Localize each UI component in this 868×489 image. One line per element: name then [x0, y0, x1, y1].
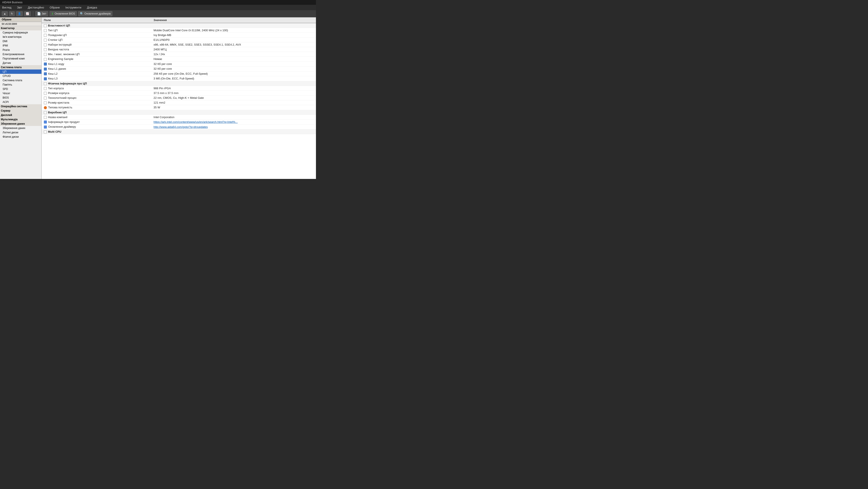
column-value: Значення: [152, 18, 316, 23]
field-value-cell[interactable]: https://ark.intel.com/content/www/us/en/…: [152, 119, 316, 124]
row-checkbox[interactable]: [44, 87, 46, 90]
driver-update-label: Оновлення драйверів: [85, 12, 111, 15]
sidebar-item-cpuid[interactable]: CPUID: [0, 74, 41, 78]
sidebar-item-storage[interactable]: Збереження даних: [0, 126, 41, 130]
field-name-cell: Мін. / макс. множник ЦП: [42, 52, 152, 57]
field-name-cell: Розмір кристала: [42, 100, 152, 105]
field-name-cell: Набори інструкцій: [42, 42, 152, 47]
row-checkbox[interactable]: [44, 34, 46, 37]
row-checkbox[interactable]: [44, 48, 46, 51]
sidebar-item-motherboard[interactable]: Системна плата: [0, 78, 41, 83]
sidebar-item-cpu[interactable]: ЦП: [0, 69, 41, 74]
nav-chart-button[interactable]: 📈: [24, 11, 31, 16]
nav-user-button[interactable]: 👤: [16, 11, 23, 16]
field-name-cell: Назва компанії: [42, 115, 152, 119]
field-label: Мін. / макс. множник ЦП: [48, 53, 80, 56]
bios-update-icon: ⬇: [51, 12, 54, 16]
row-checkbox[interactable]: [44, 53, 46, 56]
section-checkbox[interactable]: [44, 131, 46, 133]
section-checkbox[interactable]: [44, 111, 46, 114]
menu-remote[interactable]: Дистанційно: [27, 5, 45, 9]
menu-help[interactable]: Довідка: [86, 5, 98, 9]
sidebar-item-dmi[interactable]: DMI: [0, 39, 41, 44]
section-label: Фізична інформація про ЦП: [48, 82, 87, 85]
table-row: Оновлення драйверуhttp://www.aida64.com/…: [42, 124, 316, 130]
row-checkbox[interactable]: [44, 44, 46, 46]
nav-up-button[interactable]: ▲: [2, 11, 8, 16]
row-checkbox[interactable]: [44, 58, 46, 61]
driver-update-button[interactable]: 🔍 Оновлення драйверів: [78, 11, 113, 16]
link-icon: [44, 120, 47, 123]
sidebar-item-acpi[interactable]: ACPI: [0, 100, 41, 104]
sidebar-item-overclock[interactable]: Розгін: [0, 48, 41, 52]
cache-icon: [44, 77, 47, 80]
field-name-cell: Тип ЦП: [42, 28, 152, 33]
link-icon: [44, 125, 47, 128]
field-label: Розміри корпуса: [48, 91, 69, 95]
field-label: Кеш L1 даних: [48, 67, 66, 70]
sidebar-item-chipset[interactable]: Чіпсет: [0, 91, 41, 95]
table-row: Кеш L2256 Кб per core (On-Die, ECC, Full…: [42, 71, 316, 76]
field-label: Інформація про продукт: [48, 120, 80, 123]
field-name-cell: Тип корпуса: [42, 86, 152, 90]
report-icon: 📄: [37, 12, 41, 16]
report-button[interactable]: 📄 Звіт: [35, 11, 48, 16]
bios-update-button[interactable]: ⬇ Оновлення BIOS: [50, 11, 77, 16]
sidebar-item-portable[interactable]: Портативний комп: [0, 56, 41, 61]
sidebar-item-server-section: Сервер: [0, 109, 41, 113]
sidebar-item-ipmi[interactable]: IPMI: [0, 44, 41, 48]
field-label: Псевдонім ЦП: [48, 33, 67, 37]
field-value-cell: x86, x86-64, MMX, SSE, SSE2, SSE3, SSSE3…: [152, 42, 316, 47]
sidebar-item-physical[interactable]: Фізичні диски: [0, 135, 41, 139]
sidebar-item-display-section: Дисплей: [0, 113, 41, 117]
main-layout: Обране 64 v6.50.5800 Комп'ютер Сумарна і…: [0, 18, 316, 179]
row-checkbox[interactable]: [44, 39, 46, 41]
sidebar-item-logical[interactable]: Логічні диски: [0, 130, 41, 135]
field-name-cell: Кеш L2: [42, 71, 152, 76]
sidebar-item-multimedia-section: Мультимедіа: [0, 117, 41, 122]
sidebar-item-summary[interactable]: Сумарна інформація: [0, 30, 41, 35]
menu-report[interactable]: Звіт: [16, 5, 23, 9]
row-checkbox[interactable]: [44, 116, 46, 119]
table-section-header: Властивості ЦП: [42, 23, 316, 28]
sidebar-item-sensor[interactable]: Датчик: [0, 61, 41, 65]
cache-icon: [44, 72, 47, 75]
field-value-cell: 35 W: [152, 105, 316, 110]
column-field: Поле: [42, 18, 152, 23]
sidebar-item-computername[interactable]: Ім'я комп'ютера: [0, 35, 41, 39]
cache-icon: [44, 67, 47, 70]
row-checkbox[interactable]: [44, 92, 46, 95]
section-checkbox[interactable]: [44, 24, 46, 27]
row-checkbox[interactable]: [44, 29, 46, 32]
field-name-cell: Псевдонім ЦП: [42, 33, 152, 37]
menu-tools[interactable]: Інструменти: [64, 5, 82, 9]
sidebar: Обране 64 v6.50.5800 Комп'ютер Сумарна і…: [0, 18, 42, 179]
sidebar-item-bios[interactable]: BIOS: [0, 95, 41, 100]
table-row: Назва компаніїIntel Corporation: [42, 115, 316, 119]
toolbar-separator: [33, 11, 33, 16]
field-name-cell: Вихідна частота: [42, 47, 152, 52]
sidebar-item-power[interactable]: Електроживлення: [0, 52, 41, 56]
nav-refresh-button[interactable]: ↻: [9, 11, 15, 16]
power-icon: [44, 106, 47, 109]
field-value-cell[interactable]: http://www.aida64.com/goto/?p=drvupdates: [152, 124, 316, 130]
app-title: AIDA64 Business: [2, 1, 22, 4]
row-checkbox[interactable]: [44, 97, 46, 99]
sidebar-item-memory[interactable]: Пам'ять: [0, 83, 41, 87]
menu-favorites[interactable]: Обране: [49, 5, 61, 9]
toolbar: ▲ ↻ 👤 📈 📄 Звіт ⬇ Оновлення BIOS 🔍 Оновле…: [0, 10, 316, 18]
table-row: Engineering SampleНемає: [42, 57, 316, 61]
field-label: Технологічний процес: [48, 96, 76, 99]
sidebar-item-spd[interactable]: SPD: [0, 87, 41, 91]
content-area: Поле Значення Властивості ЦПТип ЦПMobile…: [42, 18, 316, 179]
field-value-cell: 22 nm, CMOS, Cu, High-K + Metal Gate: [152, 95, 316, 100]
section-checkbox[interactable]: [44, 82, 46, 85]
field-label: Степінг ЦП: [48, 38, 62, 41]
field-value-cell: 12x / 24x: [152, 52, 316, 57]
menu-view[interactable]: Вигляд: [1, 5, 12, 9]
field-name-cell: Engineering Sample: [42, 57, 152, 61]
table-row: Кеш L33 Мб (On-Die, ECC, Full-Speed): [42, 76, 316, 81]
field-value-cell: 32 Кб per core: [152, 66, 316, 71]
table-row: Кеш L1 коду32 Кб per core: [42, 61, 316, 66]
row-checkbox[interactable]: [44, 102, 46, 104]
